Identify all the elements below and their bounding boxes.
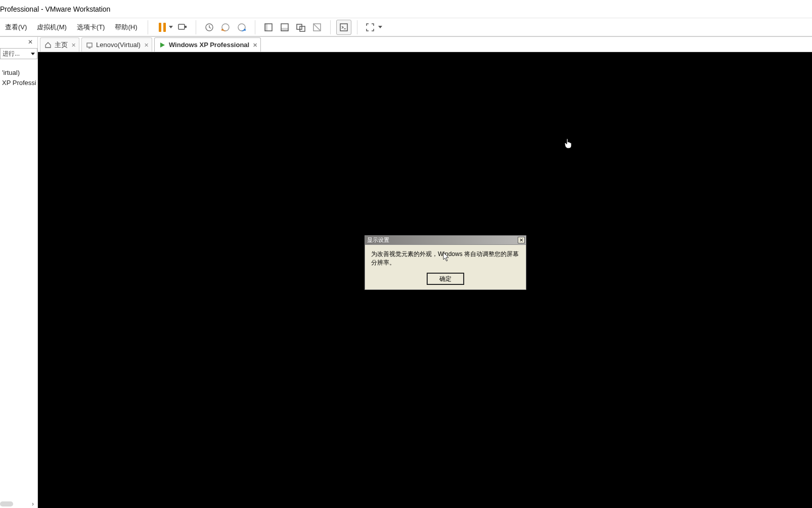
clock-back-icon	[220, 22, 231, 32]
clock-icon	[204, 22, 214, 32]
toolbar-separator	[196, 20, 196, 34]
view-thumbnail-button[interactable]	[277, 20, 292, 35]
vm-screen[interactable]: 显示设置 ✕ 为改善视觉元素的外观，Windows 将自动调整您的屏幕分辨率。 …	[38, 52, 812, 508]
send-ctrl-alt-del-button[interactable]	[175, 20, 190, 35]
toolbar-separator	[148, 20, 148, 34]
console-icon	[339, 22, 349, 32]
svg-rect-10	[300, 26, 305, 31]
console-view-button[interactable]	[336, 20, 351, 35]
sidebar-tree: 'irtual) XP Professi	[0, 67, 37, 88]
snapshot-take-button[interactable]	[202, 20, 217, 35]
tab-windows-xp[interactable]: Windows XP Professional ✕	[154, 37, 261, 52]
play-icon	[159, 41, 166, 49]
snapshot-revert-button[interactable]	[218, 20, 233, 35]
sidebar-item-vm1[interactable]: 'irtual)	[0, 67, 37, 77]
tab-close-button[interactable]: ✕	[144, 41, 149, 48]
ok-button-label: 确定	[439, 275, 452, 283]
sidebar-item-label: XP Professi	[2, 79, 36, 87]
window-title-bar: Professional - VMware Workstation	[0, 0, 812, 18]
view-single-button[interactable]	[261, 20, 276, 35]
svg-point-3	[222, 24, 229, 31]
menu-view[interactable]: 查看(V)	[0, 18, 32, 36]
dialog-close-button[interactable]: ✕	[518, 237, 525, 243]
menu-vm[interactable]: 虚拟机(M)	[32, 18, 72, 36]
sidebar: ✕ 进行... 'irtual) XP Professi ›	[0, 37, 38, 508]
scroll-right-icon[interactable]: ›	[29, 500, 36, 507]
main-body: ✕ 进行... 'irtual) XP Professi › 主页	[0, 36, 812, 508]
tab-close-button[interactable]: ✕	[71, 41, 76, 48]
tab-label: Windows XP Professional	[169, 41, 249, 49]
dialog-button-row: 确定	[365, 270, 526, 289]
view-quick-switch-button[interactable]	[309, 20, 325, 35]
tabstrip: 主页 ✕ Lenovo(Virtual) ✕ Windows XP Profes…	[38, 37, 812, 52]
sidebar-search-placeholder: 进行...	[3, 50, 20, 58]
menu-label: 选项卡(T)	[77, 23, 105, 32]
chevron-down-icon	[169, 26, 173, 28]
sidebar-item-label: 'irtual)	[2, 69, 20, 76]
display-settings-dialog: 显示设置 ✕ 为改善视觉元素的外观，Windows 将自动调整您的屏幕分辨率。 …	[365, 235, 526, 290]
menu-label: 虚拟机(M)	[37, 23, 67, 32]
svg-rect-15	[87, 43, 92, 47]
unity-icon	[296, 22, 306, 32]
view-unity-button[interactable]	[293, 20, 308, 35]
close-icon: ✕	[519, 238, 523, 243]
svg-rect-1	[185, 26, 187, 28]
sidebar-scrollbar[interactable]: ›	[0, 500, 37, 508]
tab-label: 主页	[55, 40, 68, 50]
menu-help[interactable]: 帮助(H)	[110, 18, 142, 36]
window-title: Professional - VMware Workstation	[0, 5, 110, 13]
toolbar-separator	[357, 20, 357, 34]
fullscreen-button[interactable]	[363, 20, 384, 35]
tab-home[interactable]: 主页 ✕	[40, 37, 79, 52]
arrow-cursor-icon	[443, 252, 450, 262]
hand-cursor-icon	[564, 138, 572, 148]
svg-point-4	[238, 24, 245, 31]
ok-button[interactable]: 确定	[427, 273, 464, 284]
quick-switch-icon	[312, 22, 322, 32]
scrollbar-thumb[interactable]	[0, 501, 13, 506]
fullscreen-icon	[365, 22, 375, 32]
thumbnail-icon	[280, 22, 290, 32]
clock-forward-icon	[237, 22, 247, 32]
toolbar-separator	[330, 20, 331, 34]
snapshot-manage-button[interactable]	[234, 20, 249, 35]
toolbar-separator	[255, 20, 255, 34]
menu-tabs[interactable]: 选项卡(T)	[72, 18, 110, 36]
svg-rect-0	[178, 24, 185, 29]
sidebar-item-vm2[interactable]: XP Professi	[0, 77, 37, 88]
sidebar-search-input[interactable]: 进行...	[0, 48, 37, 59]
pause-icon	[159, 23, 166, 32]
dialog-title-bar[interactable]: 显示设置 ✕	[365, 236, 526, 245]
svg-line-12	[314, 24, 320, 30]
tab-close-button[interactable]: ✕	[253, 41, 257, 48]
pause-button[interactable]	[158, 20, 173, 35]
svg-rect-9	[297, 24, 302, 29]
sidebar-close-button[interactable]: ✕	[26, 38, 34, 46]
svg-rect-6	[265, 24, 267, 31]
dialog-title: 显示设置	[367, 236, 389, 244]
tab-label: Lenovo(Virtual)	[96, 41, 141, 49]
chevron-down-icon	[31, 53, 35, 55]
menu-label: 查看(V)	[5, 23, 27, 32]
close-icon: ✕	[28, 38, 33, 46]
menu-label: 帮助(H)	[115, 23, 137, 32]
vm-icon	[86, 41, 93, 49]
vm-area: 主页 ✕ Lenovo(Virtual) ✕ Windows XP Profes…	[38, 37, 812, 508]
chevron-down-icon	[378, 26, 382, 28]
usb-icon	[177, 22, 188, 32]
single-window-icon	[263, 22, 274, 32]
menu-toolbar: 查看(V) 虚拟机(M) 选项卡(T) 帮助(H)	[0, 18, 812, 36]
home-icon	[44, 41, 52, 49]
svg-rect-8	[281, 28, 288, 31]
tab-lenovo-virtual[interactable]: Lenovo(Virtual) ✕	[81, 37, 152, 52]
